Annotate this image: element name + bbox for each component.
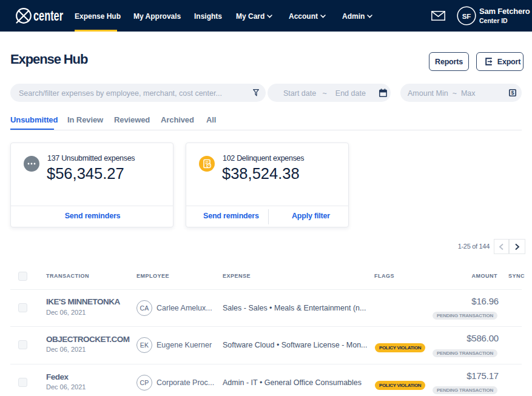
svg-text:SF: SF [462, 13, 471, 20]
svg-text:$: $ [511, 90, 514, 96]
svg-text:center: center [33, 8, 63, 24]
